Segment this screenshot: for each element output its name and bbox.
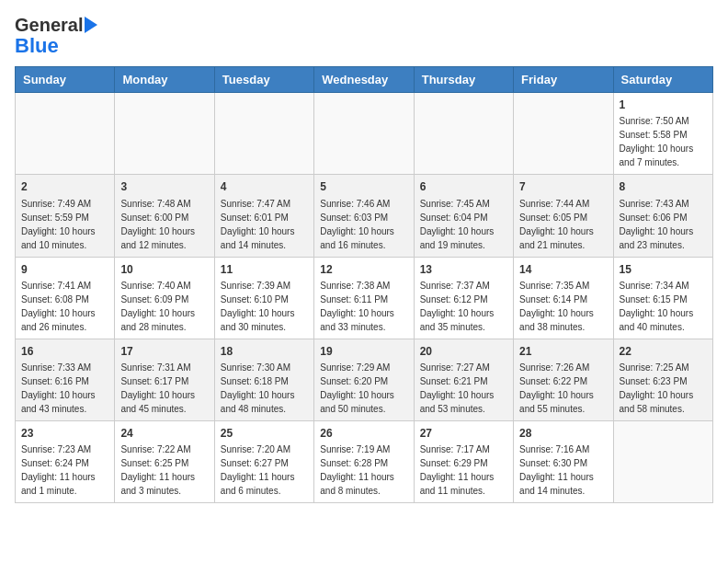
day-of-week-header: Friday	[514, 67, 613, 93]
calendar-cell: 13Sunrise: 7:37 AM Sunset: 6:12 PM Dayli…	[414, 257, 513, 339]
day-info: Sunrise: 7:29 AM Sunset: 6:20 PM Dayligh…	[320, 362, 394, 414]
calendar-cell: 5Sunrise: 7:46 AM Sunset: 6:03 PM Daylig…	[314, 175, 414, 257]
day-info: Sunrise: 7:19 AM Sunset: 6:28 PM Dayligh…	[320, 444, 394, 496]
calendar-cell: 1Sunrise: 7:50 AM Sunset: 5:58 PM Daylig…	[613, 93, 712, 175]
day-number: 3	[120, 179, 208, 194]
day-number: 8	[620, 179, 707, 194]
day-number: 4	[221, 179, 308, 194]
calendar-cell: 7Sunrise: 7:44 AM Sunset: 6:05 PM Daylig…	[514, 175, 613, 257]
day-info: Sunrise: 7:22 AM Sunset: 6:25 PM Dayligh…	[120, 444, 195, 496]
calendar-week-row: 1Sunrise: 7:50 AM Sunset: 5:58 PM Daylig…	[16, 93, 713, 175]
day-info: Sunrise: 7:40 AM Sunset: 6:09 PM Dayligh…	[120, 281, 195, 332]
day-info: Sunrise: 7:50 AM Sunset: 5:58 PM Dayligh…	[620, 116, 694, 167]
day-info: Sunrise: 7:49 AM Sunset: 5:59 PM Dayligh…	[21, 199, 96, 250]
page-header: General Blue	[15, 15, 713, 57]
day-info: Sunrise: 7:46 AM Sunset: 6:03 PM Dayligh…	[320, 199, 394, 250]
day-info: Sunrise: 7:48 AM Sunset: 6:00 PM Dayligh…	[120, 199, 195, 250]
day-number: 10	[120, 262, 208, 277]
calendar-cell: 11Sunrise: 7:39 AM Sunset: 6:10 PM Dayli…	[214, 257, 313, 339]
day-number: 27	[420, 426, 507, 441]
day-number: 25	[221, 426, 308, 441]
day-of-week-header: Sunday	[16, 67, 115, 93]
day-of-week-header: Monday	[115, 67, 214, 93]
calendar-week-row: 2Sunrise: 7:49 AM Sunset: 5:59 PM Daylig…	[16, 175, 713, 257]
calendar-cell: 4Sunrise: 7:47 AM Sunset: 6:01 PM Daylig…	[214, 175, 313, 257]
calendar-week-row: 9Sunrise: 7:41 AM Sunset: 6:08 PM Daylig…	[16, 257, 713, 339]
day-info: Sunrise: 7:30 AM Sunset: 6:18 PM Dayligh…	[221, 362, 295, 414]
day-info: Sunrise: 7:16 AM Sunset: 6:30 PM Dayligh…	[519, 444, 594, 496]
calendar-cell	[314, 93, 414, 175]
calendar-week-row: 23Sunrise: 7:23 AM Sunset: 6:24 PM Dayli…	[16, 420, 713, 502]
day-number: 18	[221, 344, 308, 359]
day-info: Sunrise: 7:39 AM Sunset: 6:10 PM Dayligh…	[221, 281, 295, 332]
calendar-cell: 24Sunrise: 7:22 AM Sunset: 6:25 PM Dayli…	[115, 420, 214, 502]
day-info: Sunrise: 7:31 AM Sunset: 6:17 PM Dayligh…	[120, 362, 195, 414]
calendar-cell: 8Sunrise: 7:43 AM Sunset: 6:06 PM Daylig…	[613, 175, 712, 257]
calendar-cell: 16Sunrise: 7:33 AM Sunset: 6:16 PM Dayli…	[16, 339, 115, 420]
day-number: 21	[519, 344, 607, 359]
calendar-cell: 28Sunrise: 7:16 AM Sunset: 6:30 PM Dayli…	[514, 420, 613, 502]
day-number: 16	[21, 344, 108, 359]
day-info: Sunrise: 7:41 AM Sunset: 6:08 PM Dayligh…	[21, 281, 96, 332]
day-of-week-header: Saturday	[613, 67, 712, 93]
day-info: Sunrise: 7:44 AM Sunset: 6:05 PM Dayligh…	[519, 199, 594, 250]
calendar-cell	[414, 93, 513, 175]
day-number: 7	[519, 179, 607, 194]
calendar-cell: 23Sunrise: 7:23 AM Sunset: 6:24 PM Dayli…	[16, 420, 115, 502]
calendar-cell: 9Sunrise: 7:41 AM Sunset: 6:08 PM Daylig…	[16, 257, 115, 339]
day-info: Sunrise: 7:47 AM Sunset: 6:01 PM Dayligh…	[221, 199, 295, 250]
day-number: 9	[21, 262, 108, 277]
day-info: Sunrise: 7:43 AM Sunset: 6:06 PM Dayligh…	[620, 199, 694, 250]
day-number: 24	[120, 426, 208, 441]
day-number: 5	[320, 179, 407, 194]
day-info: Sunrise: 7:35 AM Sunset: 6:14 PM Dayligh…	[519, 281, 594, 332]
calendar-cell	[16, 93, 115, 175]
day-number: 23	[21, 426, 108, 441]
day-number: 12	[320, 262, 407, 277]
calendar-header-row: SundayMondayTuesdayWednesdayThursdayFrid…	[16, 67, 713, 93]
logo: General Blue	[15, 15, 97, 57]
day-number: 20	[420, 344, 507, 359]
calendar-cell: 17Sunrise: 7:31 AM Sunset: 6:17 PM Dayli…	[115, 339, 214, 420]
logo-blue: Blue	[15, 35, 59, 57]
day-info: Sunrise: 7:27 AM Sunset: 6:21 PM Dayligh…	[420, 362, 495, 414]
calendar-cell	[613, 420, 712, 502]
calendar-cell: 22Sunrise: 7:25 AM Sunset: 6:23 PM Dayli…	[613, 339, 712, 420]
day-info: Sunrise: 7:20 AM Sunset: 6:27 PM Dayligh…	[221, 444, 295, 496]
day-number: 17	[120, 344, 208, 359]
calendar-cell: 18Sunrise: 7:30 AM Sunset: 6:18 PM Dayli…	[214, 339, 313, 420]
calendar-cell	[115, 93, 214, 175]
day-info: Sunrise: 7:23 AM Sunset: 6:24 PM Dayligh…	[21, 444, 96, 496]
calendar-cell: 6Sunrise: 7:45 AM Sunset: 6:04 PM Daylig…	[414, 175, 513, 257]
calendar-cell: 27Sunrise: 7:17 AM Sunset: 6:29 PM Dayli…	[414, 420, 513, 502]
day-info: Sunrise: 7:26 AM Sunset: 6:22 PM Dayligh…	[519, 362, 594, 414]
calendar-cell: 14Sunrise: 7:35 AM Sunset: 6:14 PM Dayli…	[514, 257, 613, 339]
day-info: Sunrise: 7:17 AM Sunset: 6:29 PM Dayligh…	[420, 444, 495, 496]
day-info: Sunrise: 7:34 AM Sunset: 6:15 PM Dayligh…	[620, 281, 694, 332]
calendar-cell: 12Sunrise: 7:38 AM Sunset: 6:11 PM Dayli…	[314, 257, 414, 339]
day-info: Sunrise: 7:33 AM Sunset: 6:16 PM Dayligh…	[21, 362, 96, 414]
calendar-week-row: 16Sunrise: 7:33 AM Sunset: 6:16 PM Dayli…	[16, 339, 713, 420]
calendar-cell: 3Sunrise: 7:48 AM Sunset: 6:00 PM Daylig…	[115, 175, 214, 257]
day-info: Sunrise: 7:45 AM Sunset: 6:04 PM Dayligh…	[420, 199, 495, 250]
day-number: 19	[320, 344, 407, 359]
day-number: 6	[420, 179, 507, 194]
day-number: 22	[620, 344, 707, 359]
day-info: Sunrise: 7:25 AM Sunset: 6:23 PM Dayligh…	[620, 362, 694, 414]
calendar-cell: 15Sunrise: 7:34 AM Sunset: 6:15 PM Dayli…	[613, 257, 712, 339]
calendar-cell: 19Sunrise: 7:29 AM Sunset: 6:20 PM Dayli…	[314, 339, 414, 420]
day-number: 11	[221, 262, 308, 277]
calendar-cell: 2Sunrise: 7:49 AM Sunset: 5:59 PM Daylig…	[16, 175, 115, 257]
calendar-cell: 20Sunrise: 7:27 AM Sunset: 6:21 PM Dayli…	[414, 339, 513, 420]
day-number: 13	[420, 262, 507, 277]
logo-general: General	[15, 15, 83, 35]
calendar-cell	[214, 93, 313, 175]
calendar-table: SundayMondayTuesdayWednesdayThursdayFrid…	[15, 66, 713, 503]
calendar-cell	[514, 93, 613, 175]
day-number: 2	[21, 179, 108, 194]
calendar-cell: 26Sunrise: 7:19 AM Sunset: 6:28 PM Dayli…	[314, 420, 414, 502]
day-of-week-header: Thursday	[414, 67, 513, 93]
calendar-cell: 21Sunrise: 7:26 AM Sunset: 6:22 PM Dayli…	[514, 339, 613, 420]
day-of-week-header: Wednesday	[314, 67, 414, 93]
day-number: 1	[620, 98, 707, 112]
